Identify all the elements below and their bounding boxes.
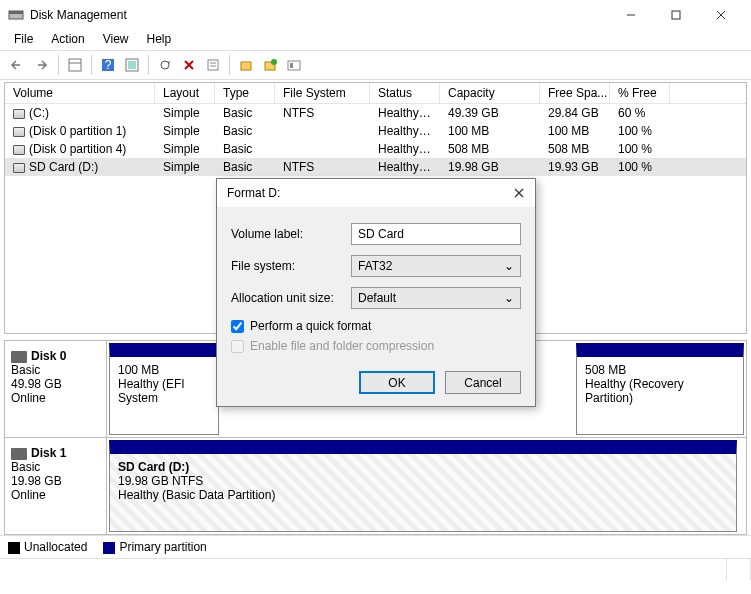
delete-icon[interactable] <box>177 53 201 77</box>
ok-button[interactable]: OK <box>359 371 435 394</box>
svg-text:?: ? <box>105 58 112 72</box>
svg-rect-19 <box>288 61 300 70</box>
menu-help[interactable]: Help <box>139 30 180 50</box>
label-filesystem: File system: <box>231 259 351 273</box>
volume-icon <box>13 163 25 173</box>
disk-icon <box>11 351 27 363</box>
partition[interactable]: SD Card (D:)19.98 GB NTFSHealthy (Basic … <box>109 440 737 532</box>
chevron-down-icon: ⌄ <box>504 291 514 305</box>
dialog-title: Format D: <box>227 186 513 200</box>
volume-row[interactable]: (C:)SimpleBasicNTFSHealthy (B...49.39 GB… <box>5 104 746 122</box>
refresh-icon[interactable] <box>153 53 177 77</box>
maximize-button[interactable] <box>653 0 698 30</box>
menu-view[interactable]: View <box>95 30 137 50</box>
format-dialog: Format D: Volume label: File system: FAT… <box>216 178 536 407</box>
svg-point-18 <box>271 59 277 65</box>
back-icon[interactable] <box>6 53 30 77</box>
col-fs[interactable]: File System <box>275 83 370 103</box>
col-volume[interactable]: Volume <box>5 83 155 103</box>
col-pct[interactable]: % Free <box>610 83 670 103</box>
app-icon <box>8 7 24 23</box>
svg-rect-11 <box>128 61 136 69</box>
col-layout[interactable]: Layout <box>155 83 215 103</box>
volume-list-header: Volume Layout Type File System Status Ca… <box>5 83 746 104</box>
svg-rect-6 <box>69 59 81 71</box>
svg-point-12 <box>161 61 169 69</box>
legend-primary: Primary partition <box>103 540 206 554</box>
disk-label[interactable]: Disk 0Basic49.98 GBOnline <box>5 341 107 437</box>
quick-format-checkbox[interactable]: Perform a quick format <box>231 319 521 333</box>
col-free[interactable]: Free Spa... <box>540 83 610 103</box>
menu-action[interactable]: Action <box>43 30 92 50</box>
volume-label-input[interactable] <box>351 223 521 245</box>
action3-icon[interactable] <box>282 53 306 77</box>
help-icon[interactable]: ? <box>96 53 120 77</box>
minimize-button[interactable] <box>608 0 653 30</box>
disk-row: Disk 1Basic19.98 GBOnlineSD Card (D:)19.… <box>5 438 746 535</box>
partition[interactable]: 100 MBHealthy (EFI System <box>109 343 219 435</box>
status-bar <box>0 558 751 580</box>
volume-icon <box>13 145 25 155</box>
partition[interactable]: 508 MBHealthy (Recovery Partition) <box>576 343 744 435</box>
col-type[interactable]: Type <box>215 83 275 103</box>
dialog-titlebar: Format D: <box>217 179 535 207</box>
properties-icon[interactable] <box>201 53 225 77</box>
dialog-close-icon[interactable] <box>513 187 525 199</box>
allocation-dropdown[interactable]: Default⌄ <box>351 287 521 309</box>
volume-icon <box>13 109 25 119</box>
legend-unallocated: Unallocated <box>8 540 87 554</box>
volume-row[interactable]: (Disk 0 partition 4)SimpleBasicHealthy (… <box>5 140 746 158</box>
toolbar: ? <box>0 50 751 80</box>
disk-icon <box>11 448 27 460</box>
window-title: Disk Management <box>30 8 608 22</box>
chevron-down-icon: ⌄ <box>504 259 514 273</box>
show-hide-icon[interactable] <box>63 53 87 77</box>
filesystem-dropdown[interactable]: FAT32⌄ <box>351 255 521 277</box>
action2-icon[interactable] <box>258 53 282 77</box>
svg-rect-1 <box>9 11 23 14</box>
menu-file[interactable]: File <box>6 30 41 50</box>
label-volume: Volume label: <box>231 227 351 241</box>
volume-row[interactable]: (Disk 0 partition 1)SimpleBasicHealthy (… <box>5 122 746 140</box>
col-status[interactable]: Status <box>370 83 440 103</box>
volume-icon <box>13 127 25 137</box>
svg-rect-3 <box>672 11 680 19</box>
menu-bar: File Action View Help <box>0 30 751 50</box>
disk-label[interactable]: Disk 1Basic19.98 GBOnline <box>5 438 107 534</box>
cancel-button[interactable]: Cancel <box>445 371 521 394</box>
compression-checkbox: Enable file and folder compression <box>231 339 521 353</box>
close-button[interactable] <box>698 0 743 30</box>
volume-row[interactable]: SD Card (D:)SimpleBasicNTFSHealthy (B...… <box>5 158 746 176</box>
title-bar: Disk Management <box>0 0 751 30</box>
svg-rect-16 <box>241 62 251 70</box>
col-capacity[interactable]: Capacity <box>440 83 540 103</box>
settings-icon[interactable] <box>120 53 144 77</box>
forward-icon[interactable] <box>30 53 54 77</box>
label-allocation: Allocation unit size: <box>231 291 351 305</box>
svg-rect-20 <box>290 63 293 68</box>
svg-rect-13 <box>208 60 218 70</box>
action1-icon[interactable] <box>234 53 258 77</box>
legend: Unallocated Primary partition <box>0 535 751 558</box>
